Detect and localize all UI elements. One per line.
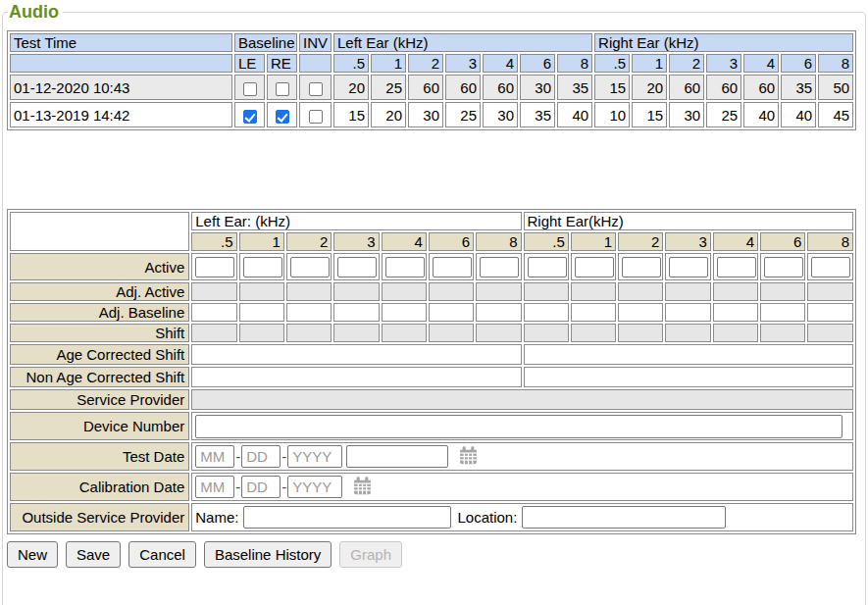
active-input[interactable] bbox=[575, 257, 614, 277]
threshold-cell: 50 bbox=[818, 75, 853, 100]
active-cell bbox=[239, 253, 284, 280]
audio-page: Audio Test Time Baseline INV Left Ear (k… bbox=[0, 0, 868, 605]
freq-header: 4 bbox=[743, 54, 779, 73]
active-input[interactable] bbox=[717, 257, 756, 277]
col-inv: INV bbox=[299, 33, 332, 52]
new-button[interactable]: New bbox=[7, 541, 58, 568]
date-separator: - bbox=[281, 479, 286, 495]
active-input[interactable] bbox=[811, 257, 850, 277]
test-date-day-input[interactable] bbox=[241, 445, 281, 468]
active-input[interactable] bbox=[433, 257, 472, 277]
freq-header: 2 bbox=[669, 54, 704, 73]
active-cell bbox=[286, 253, 332, 280]
date-separator: - bbox=[235, 448, 240, 465]
adj-active-cell bbox=[191, 282, 236, 301]
shift-cell bbox=[191, 324, 236, 342]
inv-checkbox[interactable] bbox=[309, 110, 323, 124]
cancel-button[interactable]: Cancel bbox=[128, 541, 196, 568]
active-input[interactable] bbox=[243, 257, 282, 277]
name-label: Name: bbox=[195, 509, 238, 526]
audio-history-table: Test Time Baseline INV Left Ear (kHz) Ri… bbox=[7, 30, 856, 130]
active-input[interactable] bbox=[764, 257, 803, 277]
adj-baseline-cell bbox=[191, 303, 236, 322]
non-age-corrected-shift-left-cell bbox=[191, 367, 521, 387]
threshold-cell: 60 bbox=[743, 75, 779, 100]
freq-header: 8 bbox=[476, 232, 521, 251]
baseline-history-button[interactable]: Baseline History bbox=[204, 541, 332, 568]
threshold-cell: 30 bbox=[408, 102, 443, 127]
adj-baseline-cell bbox=[618, 303, 663, 322]
active-input[interactable] bbox=[385, 257, 425, 277]
device-number-input[interactable] bbox=[195, 415, 842, 438]
threshold-cell: 35 bbox=[520, 102, 555, 127]
history-subheader-row: LE RE .5 1 2 3 4 6 8 .5 1 2 3 4 6 8 bbox=[10, 54, 853, 73]
test-time-input[interactable] bbox=[346, 445, 448, 468]
col-re: RE bbox=[267, 54, 297, 73]
active-input[interactable] bbox=[528, 257, 567, 277]
age-corrected-shift-left-cell bbox=[191, 344, 521, 365]
freq-header: .5 bbox=[524, 232, 569, 251]
adj-active-cell bbox=[760, 282, 805, 301]
freq-header: 6 bbox=[760, 232, 805, 251]
threshold-cell: 20 bbox=[632, 75, 667, 100]
baseline-re-checkbox[interactable] bbox=[276, 110, 289, 124]
baseline-le-cell bbox=[234, 75, 265, 100]
device-number-row: Device Number bbox=[10, 412, 853, 440]
active-input[interactable] bbox=[622, 257, 661, 277]
save-button[interactable]: Save bbox=[66, 541, 121, 568]
freq-header: 4 bbox=[483, 54, 518, 73]
threshold-cell: 30 bbox=[520, 75, 555, 100]
entry-ear-header-row: Left Ear: (kHz) Right Ear(kHz) bbox=[10, 212, 853, 230]
active-input[interactable] bbox=[195, 257, 234, 277]
threshold-cell: 25 bbox=[706, 102, 741, 127]
adj-active-cell bbox=[524, 282, 569, 301]
provider-location-input[interactable] bbox=[522, 506, 726, 529]
calibration-date-label: Calibration Date bbox=[10, 473, 189, 501]
calibration-date-row: Calibration Date -- bbox=[10, 473, 853, 501]
test-date-month-input[interactable] bbox=[195, 445, 234, 468]
calibration-date-month-input[interactable] bbox=[195, 476, 234, 498]
active-input[interactable] bbox=[337, 257, 377, 277]
active-input[interactable] bbox=[480, 257, 519, 277]
provider-name-input[interactable] bbox=[243, 506, 451, 529]
baseline-re-checkbox[interactable] bbox=[276, 82, 289, 96]
test-date-year-input[interactable] bbox=[287, 445, 342, 468]
adj-baseline-cell bbox=[382, 303, 427, 322]
active-input[interactable] bbox=[669, 257, 708, 277]
graph-button: Graph bbox=[339, 541, 402, 568]
inv-checkbox[interactable] bbox=[309, 82, 323, 96]
adj-baseline-cell bbox=[571, 303, 616, 322]
baseline-re-cell bbox=[267, 102, 297, 127]
freq-header: 8 bbox=[807, 232, 853, 251]
service-provider-cell bbox=[191, 389, 853, 410]
calibration-date-day-input[interactable] bbox=[241, 476, 281, 498]
adj-baseline-cell bbox=[760, 303, 805, 322]
freq-header: .5 bbox=[191, 232, 236, 251]
adj-baseline-cell bbox=[239, 303, 284, 322]
non-age-corrected-shift-right-cell bbox=[524, 367, 853, 387]
adj-baseline-row: Adj. Baseline bbox=[10, 303, 853, 322]
calendar-icon[interactable] bbox=[352, 476, 373, 499]
calibration-date-year-input[interactable] bbox=[287, 476, 342, 498]
baseline-le-checkbox[interactable] bbox=[243, 110, 257, 124]
threshold-cell: 30 bbox=[483, 102, 518, 127]
active-cell bbox=[333, 253, 379, 280]
active-row: Active bbox=[10, 253, 853, 280]
shift-cell bbox=[760, 324, 805, 342]
active-cell bbox=[760, 253, 805, 280]
adj-active-cell bbox=[665, 282, 710, 301]
calendar-icon[interactable] bbox=[458, 445, 479, 469]
baseline-le-checkbox[interactable] bbox=[243, 82, 257, 96]
threshold-cell: 60 bbox=[408, 75, 443, 100]
col-le: LE bbox=[234, 54, 265, 73]
shift-cell bbox=[382, 324, 427, 342]
threshold-cell: 60 bbox=[483, 75, 518, 100]
freq-header: 4 bbox=[713, 232, 758, 251]
adj-active-cell bbox=[476, 282, 521, 301]
test-time-cell: 01-13-2019 14:42 bbox=[10, 102, 232, 127]
adj-active-cell bbox=[286, 282, 332, 301]
adj-active-cell bbox=[713, 282, 758, 301]
active-input[interactable] bbox=[290, 257, 330, 277]
freq-header: 2 bbox=[286, 232, 332, 251]
age-corrected-shift-label: Age Corrected Shift bbox=[10, 344, 189, 365]
